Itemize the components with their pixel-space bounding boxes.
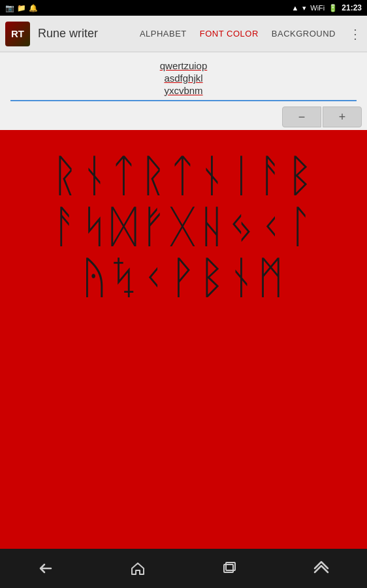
nav-bar xyxy=(0,549,367,588)
rune-text: ᚱᚾᛏᚱᛏᚾᛁᚨᛒ ᚨᛋᛞᚠᚷᚺᛃᚲᛚ ᚤᛪᚲᚹᛒᚾᛗ xyxy=(52,150,316,303)
nav-background[interactable]: BACKGROUND xyxy=(272,29,336,39)
battery-icon: 🔋 xyxy=(328,4,338,12)
text-input-area[interactable]: qwertzuiop asdfghjkl yxcvbnm xyxy=(0,52,367,104)
rune-display: ᚱᚾᛏᚱᛏᚾᛁᚨᛒ ᚨᛋᛞᚠᚷᚺᛃᚲᛚ ᚤᛪᚲᚹᛒᚾᛗ xyxy=(0,130,367,549)
rune-line-3: ᚤᛪᚲᚹᛒᚾᛗ xyxy=(52,252,316,302)
app-title: Rune writer xyxy=(38,27,132,41)
nav-alphabet[interactable]: ALPHABET xyxy=(140,29,187,39)
more-options-icon[interactable]: ⋮ xyxy=(349,26,362,42)
app-bar: RT Rune writer ALPHABET FONT COLOR BACKG… xyxy=(0,16,367,52)
status-bar-left: 📷 📁 🔔 xyxy=(5,4,38,12)
wifi-bars-icon: WiFi xyxy=(310,4,325,12)
keyboard-row-3[interactable]: yxcvbnm xyxy=(164,85,202,96)
zoom-in-button[interactable]: + xyxy=(323,106,362,127)
zoom-controls: − + xyxy=(0,104,367,130)
rune-line-2: ᚨᛋᛞᚠᚷᚺᛃᚲᛚ xyxy=(52,201,316,252)
notification-icon-2: 📁 xyxy=(17,4,26,12)
zoom-out-button[interactable]: − xyxy=(282,106,321,127)
back-button[interactable] xyxy=(29,552,62,585)
status-bar: 📷 📁 🔔 ▲ ▾ WiFi 🔋 21:23 xyxy=(0,0,367,16)
status-time: 21:23 xyxy=(342,3,362,12)
recents-button[interactable] xyxy=(213,552,246,585)
keyboard-row-1[interactable]: qwertzuiop xyxy=(160,60,208,71)
app-logo: RT xyxy=(5,22,30,46)
keyboard-rows: qwertzuiop asdfghjkl yxcvbnm xyxy=(10,60,357,96)
nav-items: ALPHABET FONT COLOR BACKGROUND xyxy=(140,29,336,39)
keyboard-row-2[interactable]: asdfghjkl xyxy=(164,73,202,84)
notification-icon: 📷 xyxy=(5,4,14,12)
home-button[interactable] xyxy=(121,552,154,585)
nav-font-color[interactable]: FONT COLOR xyxy=(200,29,259,39)
rune-line-1: ᚱᚾᛏᚱᛏᚾᛁᚨᛒ xyxy=(52,150,316,201)
notification-icon-3: 🔔 xyxy=(29,4,38,12)
wifi-icon: ▾ xyxy=(302,4,306,12)
signal-icon: ▲ xyxy=(291,4,298,12)
up-button[interactable] xyxy=(305,552,338,585)
input-underline xyxy=(10,100,357,101)
